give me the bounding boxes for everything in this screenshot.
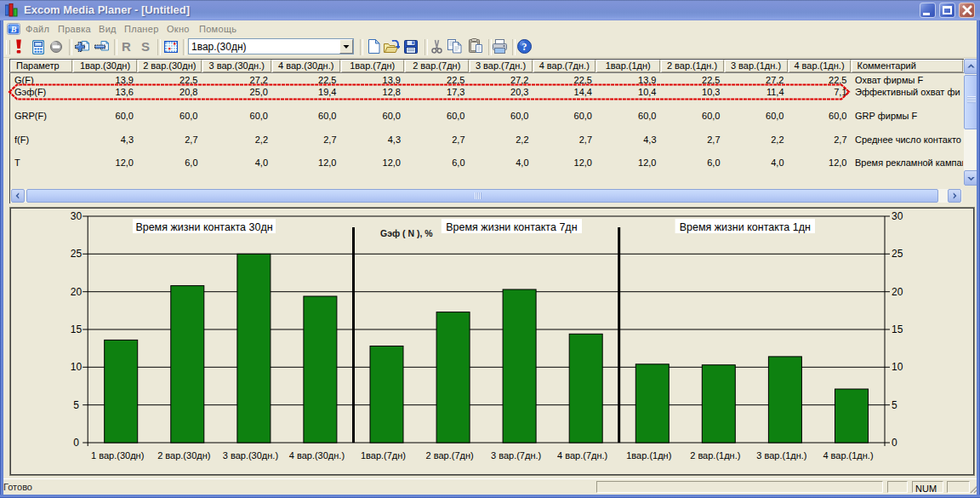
svg-text:10: 10 — [71, 361, 83, 373]
svg-text:?: ? — [522, 41, 527, 53]
svg-text:3 вар.(7дн.): 3 вар.(7дн.) — [491, 450, 541, 461]
svg-text:5: 5 — [892, 399, 897, 411]
svg-text:5: 5 — [73, 399, 79, 411]
svg-text:20: 20 — [71, 286, 83, 298]
svg-text:20: 20 — [892, 286, 903, 298]
svg-text:25: 25 — [71, 248, 83, 260]
svg-text:4 вар.(7дн.): 4 вар.(7дн.) — [557, 450, 607, 461]
svg-text:30: 30 — [71, 210, 83, 222]
svg-text:Время жизни контакта 7дн: Время жизни контакта 7дн — [446, 221, 577, 233]
svg-text:3 вар.(1дн.): 3 вар.(1дн.) — [756, 450, 806, 461]
svg-text:B: B — [10, 25, 17, 34]
svg-text:3 вар.(30дн.): 3 вар.(30дн.) — [223, 450, 278, 461]
svg-text:4 вар.(30дн.): 4 вар.(30дн.) — [289, 450, 345, 461]
svg-text:15: 15 — [71, 323, 83, 335]
svg-text:Gэф ( N ), %: Gэф ( N ), % — [380, 228, 433, 238]
svg-text:30: 30 — [892, 210, 903, 222]
svg-text:10: 10 — [892, 361, 903, 373]
svg-text:1вар.(1дн): 1вар.(1дн) — [626, 450, 671, 461]
svg-text:1 вар.(30дн): 1 вар.(30дн) — [91, 450, 144, 461]
svg-text:2 вар.(30дн): 2 вар.(30дн) — [157, 450, 210, 461]
svg-text:2 вар.(7дн): 2 вар.(7дн) — [426, 450, 474, 461]
svg-text:2 вар.(1дн.): 2 вар.(1дн.) — [690, 450, 740, 461]
svg-text:Время жизни контакта 30дн: Время жизни контакта 30дн — [135, 221, 272, 233]
svg-text:4 вар.(1дн.): 4 вар.(1дн.) — [823, 450, 873, 461]
svg-text:15: 15 — [892, 323, 903, 335]
svg-text:1вар.(7дн): 1вар.(7дн) — [361, 450, 406, 461]
svg-text:Время жизни контакта 1дн: Время жизни контакта 1дн — [680, 221, 811, 233]
svg-text:0: 0 — [892, 437, 897, 449]
svg-text:0: 0 — [73, 437, 79, 449]
svg-text:25: 25 — [892, 248, 903, 260]
